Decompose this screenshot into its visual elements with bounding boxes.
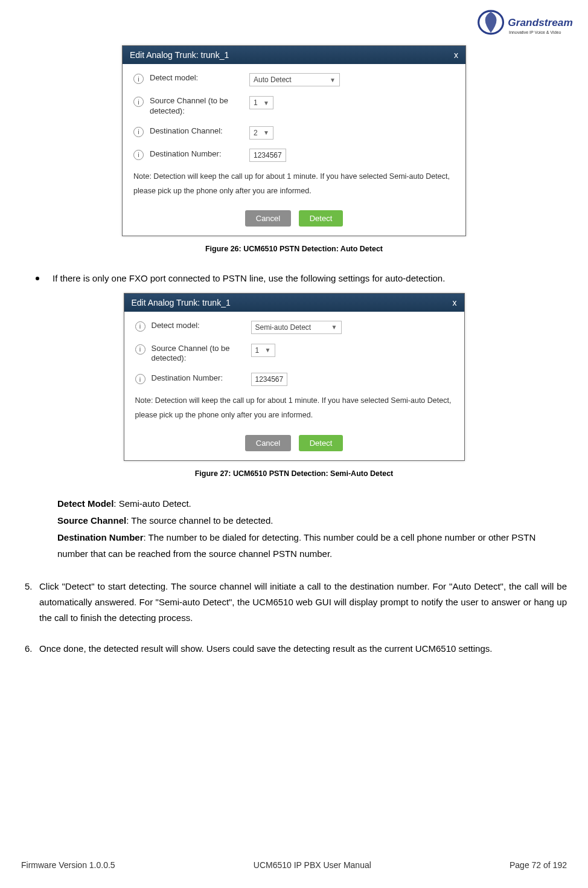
chevron-down-icon: ▼ xyxy=(331,324,337,330)
close-icon[interactable]: x xyxy=(454,50,458,60)
input-destination-number[interactable]: 1234567 xyxy=(249,149,286,162)
label-source-channel: Source Channel (to be detected): xyxy=(152,344,251,364)
label-destination-number: Destination Number: xyxy=(152,373,251,384)
select-value: 2 xyxy=(254,129,258,137)
dialog-header: Edit Analog Trunk: trunk_1 x xyxy=(123,46,465,64)
definition-block: Detect Model: Semi-auto Detect. Source C… xyxy=(57,496,567,562)
list-number: 5. xyxy=(21,579,39,626)
def-text: : The source channel to be detected. xyxy=(126,515,273,526)
select-source-channel[interactable]: 1 ▼ xyxy=(249,96,273,109)
dialog-header: Edit Analog Trunk: trunk_1 x xyxy=(124,294,464,312)
list-text: Once done, the detected result will show… xyxy=(39,641,567,657)
svg-text:Grandstream: Grandstream xyxy=(508,16,572,28)
brand-logo: Grandstream Innovative IP Voice & Video xyxy=(473,9,573,42)
def-term: Source Channel xyxy=(57,515,126,526)
label-destination-channel: Destination Channel: xyxy=(150,126,249,137)
info-icon: i xyxy=(133,127,144,137)
info-icon: i xyxy=(133,150,144,160)
cancel-button[interactable]: Cancel xyxy=(245,210,291,227)
list-number: 6. xyxy=(21,641,39,657)
detect-button[interactable]: Detect xyxy=(299,435,344,451)
cancel-button[interactable]: Cancel xyxy=(245,435,291,451)
numbered-list: 5. Click "Detect" to start detecting. Th… xyxy=(21,579,567,657)
dialog-body: i Detect model: Auto Detect ▼ i Source C… xyxy=(123,64,465,205)
select-value: Auto Detect xyxy=(254,76,292,84)
detect-button[interactable]: Detect xyxy=(299,210,344,227)
select-value: 1 xyxy=(254,98,258,107)
close-icon[interactable]: x xyxy=(453,298,457,307)
label-detect-model: Detect model: xyxy=(150,73,249,83)
select-destination-channel[interactable]: 2 ▼ xyxy=(249,126,273,140)
dialog-edit-analog-trunk-semi: Edit Analog Trunk: trunk_1 x i Detect mo… xyxy=(124,293,465,461)
list-text: Click "Detect" to start detecting. The s… xyxy=(39,579,567,626)
def-term: Destination Number xyxy=(57,532,144,542)
list-item: 5. Click "Detect" to start detecting. Th… xyxy=(21,579,567,626)
select-value: 1 xyxy=(255,346,260,355)
bullet-item: If there is only one FXO port connected … xyxy=(21,271,567,285)
footer-center: UCM6510 IP PBX User Manual xyxy=(254,860,371,870)
select-source-channel[interactable]: 1 ▼ xyxy=(251,344,275,357)
figure-caption: Figure 27: UCM6510 PSTN Detection: Semi-… xyxy=(21,469,567,478)
page-footer: Firmware Version 1.0.0.5 UCM6510 IP PBX … xyxy=(21,860,567,870)
footer-left: Firmware Version 1.0.0.5 xyxy=(21,860,115,870)
svg-text:Innovative IP Voice & Video: Innovative IP Voice & Video xyxy=(509,30,561,34)
bullet-icon xyxy=(36,277,39,280)
chevron-down-icon: ▼ xyxy=(263,100,269,106)
dialog-title: Edit Analog Trunk: trunk_1 xyxy=(130,50,229,60)
def-text: : Semi-auto Detect. xyxy=(113,498,191,509)
info-icon: i xyxy=(135,344,145,355)
chevron-down-icon: ▼ xyxy=(265,347,271,353)
select-detect-model[interactable]: Semi-auto Detect ▼ xyxy=(251,321,342,334)
note-text: Note: Detection will keep the call up fo… xyxy=(135,394,453,423)
label-source-channel: Source Channel (to be detected): xyxy=(150,96,249,117)
info-icon: i xyxy=(135,321,145,332)
dialog-body: i Detect model: Semi-auto Detect ▼ i Sou… xyxy=(124,312,464,430)
label-detect-model: Detect model: xyxy=(152,321,251,331)
chevron-down-icon: ▼ xyxy=(263,129,269,136)
def-term: Detect Model xyxy=(57,498,113,509)
chevron-down-icon: ▼ xyxy=(330,77,336,83)
dialog-footer: Cancel Detect xyxy=(124,430,464,460)
figure-caption: Figure 26: UCM6510 PSTN Detection: Auto … xyxy=(21,245,567,253)
footer-right: Page 72 of 192 xyxy=(510,860,567,870)
dialog-title: Edit Analog Trunk: trunk_1 xyxy=(132,298,231,307)
select-value: Semi-auto Detect xyxy=(255,323,312,332)
input-destination-number[interactable]: 1234567 xyxy=(251,373,288,386)
dialog-edit-analog-trunk-auto: Edit Analog Trunk: trunk_1 x i Detect mo… xyxy=(122,45,466,236)
info-icon: i xyxy=(133,97,144,107)
info-icon: i xyxy=(133,74,144,84)
dialog-footer: Cancel Detect xyxy=(123,205,465,236)
bullet-text: If there is only one FXO port connected … xyxy=(53,271,445,285)
label-destination-number: Destination Number: xyxy=(150,149,249,159)
note-text: Note: Detection will keep the call up fo… xyxy=(133,170,455,199)
info-icon: i xyxy=(135,374,145,384)
list-item: 6. Once done, the detected result will s… xyxy=(21,641,567,657)
select-detect-model[interactable]: Auto Detect ▼ xyxy=(249,73,340,86)
